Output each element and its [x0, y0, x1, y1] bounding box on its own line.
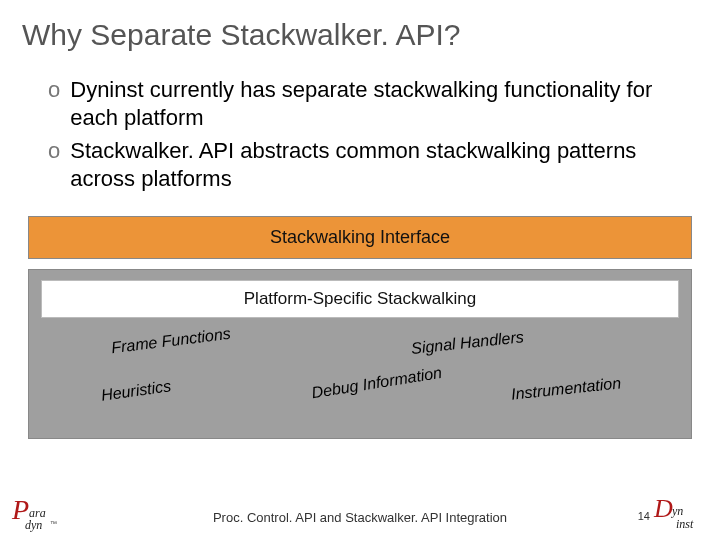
dyninst-logo: D yn inst — [654, 498, 710, 534]
bullet-item: o Dyninst currently has separate stackwa… — [48, 76, 700, 131]
label-instrumentation: Instrumentation — [510, 374, 622, 403]
bullet-list: o Dyninst currently has separate stackwa… — [0, 52, 720, 192]
label-heuristics: Heuristics — [100, 377, 172, 405]
bullet-text: Stackwalker. API abstracts common stackw… — [70, 137, 700, 192]
diagram-area: Stackwalking Interface Platform-Specific… — [0, 198, 720, 439]
paradyn-logo: P ara dyn ™ — [12, 498, 72, 534]
footer-text: Proc. Control. API and Stackwalker. API … — [213, 510, 507, 525]
platform-box-title: Platform-Specific Stackwalking — [41, 280, 679, 318]
bullet-item: o Stackwalker. API abstracts common stac… — [48, 137, 700, 192]
paradyn-dyn: dyn — [25, 518, 42, 533]
page-number: 14 — [638, 510, 650, 522]
bullet-marker: o — [48, 137, 60, 192]
dyninst-d-icon: D — [654, 494, 673, 524]
footer: Proc. Control. API and Stackwalker. API … — [0, 494, 720, 540]
platform-box: Platform-Specific Stackwalking Frame Fun… — [28, 269, 692, 439]
bullet-marker: o — [48, 76, 60, 131]
label-signal-handlers: Signal Handlers — [410, 328, 524, 358]
bullet-text: Dyninst currently has separate stackwalk… — [70, 76, 700, 131]
label-frame-functions: Frame Functions — [110, 325, 231, 357]
interface-box: Stackwalking Interface — [28, 216, 692, 259]
tilt-row-2: Heuristics Debug Information Instrumenta… — [41, 376, 679, 416]
tilt-row-1: Frame Functions Signal Handlers — [41, 332, 679, 372]
trademark-icon: ™ — [50, 520, 57, 527]
slide-title: Why Separate Stackwalker. API? — [0, 0, 720, 52]
dyninst-inst: inst — [676, 517, 693, 532]
